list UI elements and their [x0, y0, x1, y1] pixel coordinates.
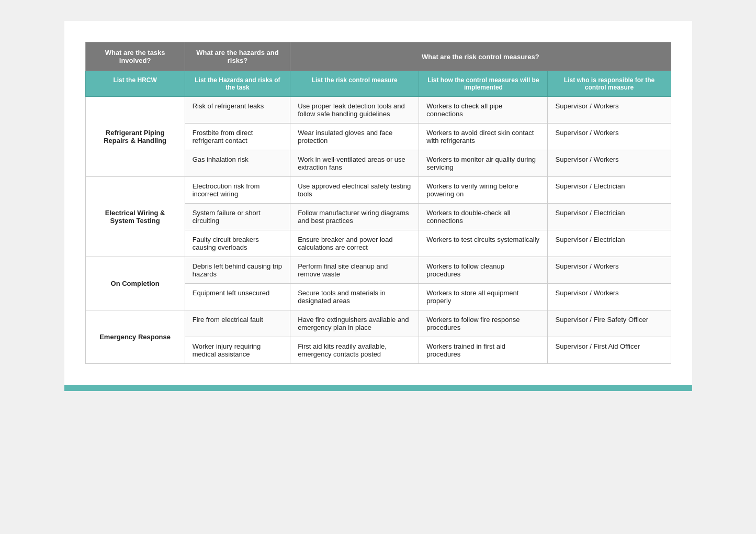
control-cell: Use proper leak detection tools and foll… [290, 97, 419, 124]
table-row: Electrical Wiring &System TestingElectro… [85, 177, 671, 204]
hazard-cell: Worker injury requiring medical assistan… [185, 337, 290, 364]
subheader-hazards-list: List the Hazards and risks of the task [185, 71, 290, 97]
hazard-cell: System failure or short circuiting [185, 204, 290, 230]
implementation-cell: Workers to verify wiring before powering… [419, 177, 548, 204]
hazard-cell: Debris left behind causing trip hazards [185, 257, 290, 284]
hazard-cell: Electrocution risk from incorrect wiring [185, 177, 290, 204]
risk-table: What are the tasks involved? What are th… [85, 42, 671, 364]
responsible-cell: Supervisor / Workers [548, 257, 671, 284]
implementation-cell: Workers to store all equipment properly [419, 284, 548, 310]
implementation-cell: Workers to monitor air quality during se… [419, 150, 548, 177]
control-cell: Perform final site cleanup and remove wa… [290, 257, 419, 284]
responsible-cell: Supervisor / Workers [548, 124, 671, 150]
subheader-implementation: List how the control measures will be im… [419, 71, 548, 97]
control-cell: Follow manufacturer wiring diagrams and … [290, 204, 419, 230]
responsible-cell: Supervisor / Electrician [548, 204, 671, 230]
table-body: Refrigerant PipingRepairs & HandlingRisk… [85, 97, 671, 364]
task-cell: Refrigerant PipingRepairs & Handling [85, 97, 185, 177]
hazard-cell: Risk of refrigerant leaks [185, 97, 290, 124]
responsible-cell: Supervisor / First Aid Officer [548, 337, 671, 364]
task-cell: On Completion [85, 257, 185, 310]
header-controls-span: What are the risk control measures? [290, 42, 671, 71]
control-cell: Use approved electrical safety testing t… [290, 177, 419, 204]
responsible-cell: Supervisor / Workers [548, 284, 671, 310]
control-cell: Secure tools and materials in designated… [290, 284, 419, 310]
subheader-control-measure: List the risk control measure [290, 71, 419, 97]
task-cell: Emergency Response [85, 310, 185, 364]
control-cell: Have fire extinguishers available and em… [290, 310, 419, 337]
bottom-bar [64, 385, 692, 391]
table-row: Emergency ResponseFire from electrical f… [85, 310, 671, 337]
control-cell: Work in well-ventilated areas or use ext… [290, 150, 419, 177]
responsible-cell: Supervisor / Electrician [548, 177, 671, 204]
hazard-cell: Gas inhalation risk [185, 150, 290, 177]
hazard-cell: Equipment left unsecured [185, 284, 290, 310]
responsible-cell: Supervisor / Workers [548, 150, 671, 177]
control-cell: Wear insulated gloves and face protectio… [290, 124, 419, 150]
table-row: Refrigerant PipingRepairs & HandlingRisk… [85, 97, 671, 124]
implementation-cell: Workers to check all pipe connections [419, 97, 548, 124]
implementation-cell: Workers to double-check all connections [419, 204, 548, 230]
responsible-cell: Supervisor / Electrician [548, 230, 671, 257]
sub-header-row: List the HRCW List the Hazards and risks… [85, 71, 671, 97]
responsible-cell: Supervisor / Fire Safety Officer [548, 310, 671, 337]
table-row: On CompletionDebris left behind causing … [85, 257, 671, 284]
hazard-cell: Faulty circuit breakers causing overload… [185, 230, 290, 257]
header-tasks: What are the tasks involved? [85, 42, 185, 71]
control-cell: Ensure breaker and power load calculatio… [290, 230, 419, 257]
subheader-responsible: List who is responsible for the control … [548, 71, 671, 97]
hazard-cell: Frostbite from direct refrigerant contac… [185, 124, 290, 150]
implementation-cell: Workers to avoid direct skin contact wit… [419, 124, 548, 150]
implementation-cell: Workers to test circuits systematically [419, 230, 548, 257]
header-hazards: What are the hazards and risks? [185, 42, 290, 71]
hazard-cell: Fire from electrical fault [185, 310, 290, 337]
subheader-hrcw: List the HRCW [85, 71, 185, 97]
control-cell: First aid kits readily available, emerge… [290, 337, 419, 364]
main-header-row: What are the tasks involved? What are th… [85, 42, 671, 71]
implementation-cell: Workers to follow cleanup procedures [419, 257, 548, 284]
task-cell: Electrical Wiring &System Testing [85, 177, 185, 257]
implementation-cell: Workers trained in first aid procedures [419, 337, 548, 364]
implementation-cell: Workers to follow fire response procedur… [419, 310, 548, 337]
responsible-cell: Supervisor / Workers [548, 97, 671, 124]
